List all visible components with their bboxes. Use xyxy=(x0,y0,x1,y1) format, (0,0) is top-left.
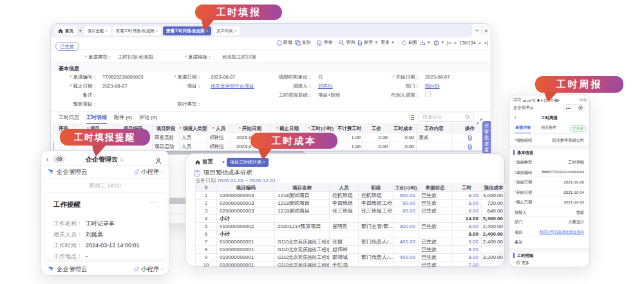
svg-text:4G: 4G xyxy=(532,99,536,102)
